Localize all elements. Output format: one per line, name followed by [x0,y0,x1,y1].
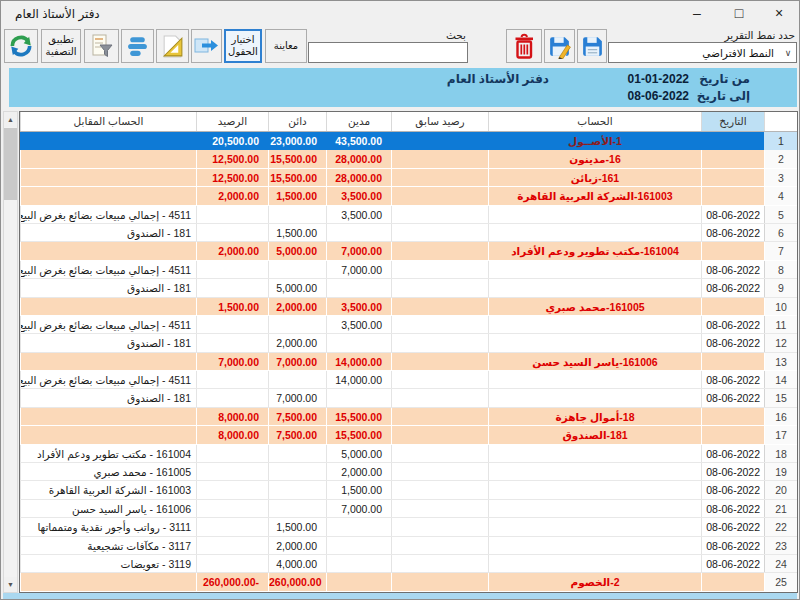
scroll-up-icon[interactable]: ▲ [4,112,17,127]
table-row[interactable]: 11-الأصــول43,500.0023,000.0020,500.00 [20,132,797,150]
cell-balance [196,371,268,388]
cell-account: 18-أموال جاهزة [488,408,701,425]
header-prev-balance[interactable]: رصيد سابق [391,112,488,131]
table-row[interactable]: 17181-الصندوق15,500.007,500.008,000.00 [20,426,797,444]
cell-contra-account [20,298,196,315]
save-as-style-button[interactable] [544,29,575,63]
table-row[interactable]: 2208-06-20221,500.003111 - رواتب وأجور ن… [20,518,797,536]
cell-account: 161004-مكتب تطوير ودعم الأفراد [488,242,701,259]
table-row[interactable]: 7161004-مكتب تطوير ودعم الأفراد7,000.005… [20,242,797,260]
apply-filter-button[interactable]: تطبيق التصفية [41,29,81,63]
maximize-button[interactable]: □ [725,2,753,24]
chevron-down-icon: ∨ [780,48,796,58]
choose-fields-button[interactable]: اختيار الحقول [224,29,262,63]
header-balance[interactable]: الرصيد [196,112,268,131]
cell-contra-account: 161003 - الشركة العربية القاهرة [20,481,196,498]
from-date-value: 01-01-2022 [628,72,689,86]
cell-contra-account [20,408,196,425]
header-credit[interactable]: دائن [268,112,326,131]
table-row[interactable]: 4161003-الشركة العربية القاهرة3,500.001,… [20,187,797,205]
report-style-dropdown[interactable]: ∨ النمط الافتراضي [608,42,797,63]
table-row[interactable]: 1208-06-20222,000.00181 - الصندوق [20,334,797,352]
table-row[interactable]: 1618-أموال جاهزة15,500.007,500.008,000.0… [20,408,797,426]
table-row[interactable]: 1908-06-20222,000.00161005 - محمد صبري [20,463,797,481]
cell-prev-balance [391,463,488,480]
cell-prev-balance [391,261,488,278]
table-row[interactable]: 1408-06-202214,000.004511 - إجمالي مبيعا… [20,371,797,389]
cell-date: 08-06-2022 [701,224,764,241]
cell-account [488,224,701,241]
window-title: دفتر الأستاذ العام [15,7,100,21]
table-row[interactable]: 2008-06-20221,500.00161003 - الشركة العر… [20,481,797,499]
cell-num: 25 [764,573,797,590]
cell-date: 08-06-2022 [701,481,764,498]
cell-prev-balance [391,371,488,388]
table-row[interactable]: 508-06-20223,500.004511 - إجمالي مبيعات … [20,206,797,224]
vertical-scrollbar[interactable]: ▲ ▼ [3,111,18,593]
scroll-down-icon[interactable]: ▼ [4,577,17,592]
table-row[interactable]: 1808-06-20225,000.00161004 - مكتب تطوير … [20,445,797,463]
close-button[interactable]: × [765,2,793,24]
header-debit[interactable]: مدين [326,112,391,131]
cell-balance [196,500,268,517]
cell-contra-account: 181 - الصندوق [20,224,196,241]
cell-prev-balance [391,426,488,443]
delete-style-button[interactable] [506,29,542,63]
export-button[interactable] [191,29,222,63]
header-contra-account[interactable]: الحساب المقابل [20,112,196,131]
cell-debit [326,555,391,572]
cell-debit: 3,500.00 [326,316,391,333]
cell-prev-balance [391,389,488,406]
cell-debit: 3,500.00 [326,206,391,223]
table-row[interactable]: 908-06-20225,000.00181 - الصندوق [20,279,797,297]
table-row[interactable]: 216-مدينون28,000.0015,500.0012,500.00 [20,150,797,168]
table-row[interactable]: 2408-06-20224,000.003119 - تعويضات [20,555,797,573]
cell-num: 12 [764,334,797,351]
cell-date: 08-06-2022 [701,279,764,296]
minimize-button[interactable]: – [683,2,711,24]
search-input[interactable] [308,42,468,63]
cell-credit: 7,500.00 [268,426,326,443]
cell-prev-balance [391,132,488,150]
cell-date: 08-06-2022 [701,500,764,517]
cell-prev-balance [391,537,488,554]
layout-bars-button[interactable] [121,29,154,63]
horizontal-scrollbar[interactable] [3,593,797,599]
cell-debit: 15,500.00 [326,408,391,425]
table-row[interactable]: 2308-06-20222,000.003117 - مكآفات تشجيعي… [20,537,797,555]
cell-num: 9 [764,279,797,296]
cell-account [488,334,701,351]
table-row[interactable]: 1108-06-20223,500.004511 - إجمالي مبيعات… [20,316,797,334]
table-row[interactable]: 10161005-محمد صبري3,500.002,000.001,500.… [20,298,797,316]
table-row[interactable]: 3161-زبائن28,000.0015,500.0012,500.00 [20,169,797,187]
cell-contra-account: 161006 - ياسر السيد حسن [20,500,196,517]
cell-prev-balance [391,353,488,370]
cell-num: 15 [764,389,797,406]
filter-report-button[interactable] [84,29,119,63]
table-row[interactable]: 252-الخصوم260,000.00260,000.00- [20,573,797,591]
cell-num: 24 [764,555,797,572]
preview-button[interactable]: معاينة [265,29,307,63]
header-date[interactable]: التاريخ [701,112,764,131]
table-row[interactable]: 1508-06-20227,000.00181 - الصندوق [20,389,797,407]
cell-credit: 5,000.00 [268,279,326,296]
save-style-button[interactable] [577,29,607,63]
table-row[interactable]: 13161006-ياسر السيد حسن14,000.007,000.00… [20,353,797,371]
cell-credit: 4,000.00 [268,555,326,572]
header-account[interactable]: الحساب [488,112,701,131]
refresh-button[interactable] [4,29,38,63]
cell-contra-account: 161004 - مكتب تطوير ودعم الأفراد [20,445,196,462]
cell-prev-balance [391,481,488,498]
table-row[interactable]: 2108-06-20227,000.00161006 - ياسر السيد … [20,500,797,518]
measure-button[interactable] [156,29,189,63]
table-row[interactable]: 608-06-20221,500.00181 - الصندوق [20,224,797,242]
from-date-label: من تاريخ [699,72,750,86]
set-square-icon [160,34,185,59]
cell-debit: 7,000.00 [326,242,391,259]
scrollbar-thumb[interactable] [4,128,17,200]
cell-credit: 7,000.00 [268,389,326,406]
table-row[interactable]: 808-06-20227,000.004511 - إجمالي مبيعات … [20,261,797,279]
cell-contra-account: 161005 - محمد صبري [20,463,196,480]
cell-balance: 260,000.00- [196,573,268,590]
cell-prev-balance [391,279,488,296]
